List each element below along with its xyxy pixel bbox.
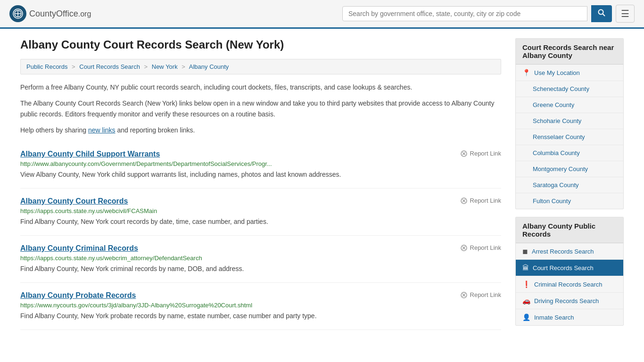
result-desc-1: Find Albany County, New York court recor… — [20, 217, 501, 227]
report-link-2[interactable]: Report Link — [460, 244, 501, 252]
report-icon-1 — [460, 197, 468, 205]
search-area: ☰ — [342, 5, 635, 23]
search-input[interactable] — [342, 6, 587, 21]
nearby-item-7[interactable]: Saratoga County — [516, 177, 623, 193]
breadcrumb-sep3: > — [182, 63, 185, 70]
nearby-link-4[interactable]: Rensselaer County — [533, 133, 585, 140]
nearby-link-8[interactable]: Fulton County — [533, 197, 571, 205]
logo-main: CountyOffice — [29, 9, 78, 18]
record-link-2[interactable]: Criminal Records Search — [534, 281, 603, 288]
logo: CountyOffice.org — [9, 5, 91, 22]
nearby-item-6[interactable]: Montgomery County — [516, 161, 623, 177]
nearby-section: Court Records Search near Albany County … — [515, 38, 624, 209]
breadcrumb-albany-county[interactable]: Albany County — [189, 63, 229, 70]
record-icon-3: 🚗 — [522, 297, 530, 304]
nearby-link-3[interactable]: Schoharie County — [533, 117, 581, 124]
location-icon: 📍 — [522, 69, 530, 76]
record-item-0[interactable]: ◼ Arrest Records Search — [516, 243, 623, 260]
main-container: Albany County Court Records Search (New … — [11, 29, 633, 343]
site-header: CountyOffice.org ☰ — [0, 0, 644, 29]
result-desc-0: View Albany County, New York child suppo… — [20, 170, 501, 180]
nearby-item-2[interactable]: Greene County — [516, 97, 623, 113]
result-item: Albany County Child Support Warrants Rep… — [20, 141, 501, 189]
breadcrumb-new-york[interactable]: New York — [152, 63, 178, 70]
nearby-item-5[interactable]: Columbia County — [516, 145, 623, 161]
result-title-0[interactable]: Albany County Child Support Warrants — [20, 150, 160, 158]
nearby-link-6[interactable]: Montgomery County — [533, 165, 588, 173]
result-title-2[interactable]: Albany County Criminal Records — [20, 244, 138, 253]
page-title: Albany County Court Records Search (New … — [20, 38, 501, 51]
description-3: Help others by sharing new links and rep… — [20, 125, 501, 135]
nearby-link-5[interactable]: Columbia County — [533, 149, 580, 156]
record-icon-4: 👤 — [522, 313, 530, 321]
nearby-item-3[interactable]: Schoharie County — [516, 113, 623, 129]
breadcrumb-public-records[interactable]: Public Records — [26, 63, 67, 70]
menu-button[interactable]: ☰ — [616, 5, 635, 23]
record-icon-0: ◼ — [522, 247, 528, 255]
breadcrumb: Public Records > Court Records Search > … — [20, 59, 501, 74]
report-link-1[interactable]: Report Link — [460, 197, 501, 205]
search-button[interactable] — [591, 5, 612, 22]
report-link-0[interactable]: Report Link — [460, 150, 501, 157]
record-item-4[interactable]: 👤 Inmate Search — [516, 309, 623, 325]
logo-text: CountyOffice.org — [29, 9, 91, 19]
description-1: Perform a free Albany County, NY public … — [20, 82, 501, 92]
breadcrumb-sep1: > — [72, 63, 75, 70]
report-label-3: Report Link — [470, 291, 501, 298]
breadcrumb-court-records[interactable]: Court Records Search — [79, 63, 140, 70]
description-2: The Albany County Court Records Search (… — [20, 98, 501, 119]
record-link-1[interactable]: Court Records Search — [533, 264, 594, 272]
record-link-0[interactable]: Arrest Records Search — [532, 248, 594, 255]
nearby-link-2[interactable]: Greene County — [533, 101, 574, 108]
report-label-2: Report Link — [470, 244, 501, 251]
nearby-header: Court Records Search near Albany County — [516, 39, 623, 65]
result-url-0[interactable]: http://www.albanycounty.com/Government/D… — [20, 160, 501, 167]
desc3-post: and reporting broken links. — [116, 126, 195, 134]
record-link-3[interactable]: Driving Records Search — [534, 297, 599, 304]
svg-point-3 — [599, 10, 603, 15]
result-item: Albany County Criminal Records Report Li… — [20, 236, 501, 283]
report-icon-2 — [460, 244, 468, 252]
record-item-3[interactable]: 🚗 Driving Records Search — [516, 293, 623, 309]
record-item-2[interactable]: ❗ Criminal Records Search — [516, 276, 623, 293]
record-icon-2: ❗ — [522, 280, 530, 288]
logo-icon — [9, 5, 26, 22]
result-desc-3: Find Albany County, New York probate rec… — [20, 311, 501, 321]
nearby-item-8[interactable]: Fulton County — [516, 193, 623, 209]
nearby-link-1[interactable]: Schenectady County — [533, 85, 589, 92]
desc3-pre: Help others by sharing — [20, 126, 88, 134]
nearby-item-1[interactable]: Schenectady County — [516, 81, 623, 97]
nearby-items-container: 📍Use My LocationSchenectady CountyGreene… — [516, 65, 623, 209]
result-desc-2: Find Albany County, New York criminal re… — [20, 264, 501, 274]
result-item: Albany County Court Records Report Link … — [20, 189, 501, 236]
search-icon — [598, 9, 605, 16]
public-records-section: Albany County Public Records ◼ Arrest Re… — [515, 217, 624, 326]
results-container: Albany County Child Support Warrants Rep… — [20, 141, 501, 330]
report-label-0: Report Link — [470, 150, 501, 157]
nearby-item-4[interactable]: Rensselaer County — [516, 129, 623, 145]
record-icon-1: 🏛 — [522, 264, 529, 272]
svg-line-4 — [603, 14, 605, 16]
nearby-header-text: Court Records Search near Albany County — [522, 43, 614, 59]
result-title-1[interactable]: Albany County Court Records — [20, 197, 128, 206]
new-links-link[interactable]: new links — [88, 126, 116, 134]
result-url-1[interactable]: https://iapps.courts.state.ny.us/webcivi… — [20, 207, 501, 214]
record-item-1[interactable]: 🏛 Court Records Search — [516, 260, 623, 276]
nearby-item-0[interactable]: 📍Use My Location — [516, 65, 623, 81]
records-header-text: Albany County Public Records — [522, 222, 595, 238]
result-title-3[interactable]: Albany County Probate Records — [20, 291, 136, 300]
result-item: Albany County Probate Records Report Lin… — [20, 283, 501, 330]
records-items-container: ◼ Arrest Records Search 🏛 Court Records … — [516, 243, 623, 325]
report-icon-3 — [460, 291, 468, 299]
breadcrumb-sep2: > — [144, 63, 148, 70]
result-url-3[interactable]: https://www.nycourts.gov/courts/3jd/alba… — [20, 302, 501, 309]
nearby-link-7[interactable]: Saratoga County — [533, 181, 579, 189]
report-label-1: Report Link — [470, 197, 501, 204]
public-records-header: Albany County Public Records — [516, 217, 623, 243]
sidebar: Court Records Search near Albany County … — [515, 38, 624, 333]
nearby-link-0[interactable]: Use My Location — [534, 69, 580, 76]
record-link-4[interactable]: Inmate Search — [534, 314, 574, 321]
report-link-3[interactable]: Report Link — [460, 291, 501, 299]
report-icon-0 — [460, 150, 468, 157]
result-url-2[interactable]: https://iapps.courts.state.ny.us/webcrim… — [20, 255, 501, 262]
